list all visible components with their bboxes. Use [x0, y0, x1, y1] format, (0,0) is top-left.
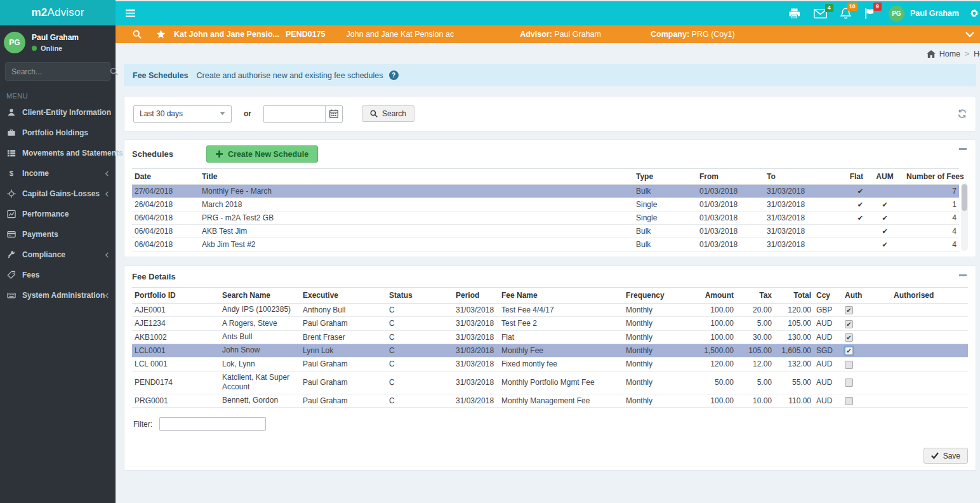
date-range-select[interactable]: Last 30 days — [133, 105, 232, 123]
cell-aum-check: ✔ — [866, 198, 904, 211]
col-portfolio-id[interactable]: Portfolio ID — [132, 288, 220, 304]
auth-checkbox[interactable]: ✔ — [845, 320, 853, 328]
plus-icon — [216, 151, 223, 158]
sidebar-item-performance[interactable]: Performance — [0, 204, 116, 224]
fee-row[interactable]: LCL0001 John Snow Lynn Lok C 31/03/2018 … — [132, 344, 968, 357]
col-search-name[interactable]: Search Name — [220, 288, 300, 304]
mail-icon[interactable]: 4 — [814, 9, 827, 18]
search-button[interactable]: Search — [362, 105, 414, 122]
cell-portfolio-id: LCL 0001 — [132, 358, 220, 371]
col-type[interactable]: Type — [633, 169, 697, 185]
user-menu[interactable]: PG Paul Graham — [889, 6, 959, 22]
sidebar-item-portfolio-holdings[interactable]: Portfolio Holdings — [0, 123, 116, 143]
schedule-row[interactable]: 27/04/2018 Monthly Fee - March Bulk 01/0… — [132, 185, 959, 198]
col-amount[interactable]: Amount — [679, 288, 736, 304]
cell-search-name: Bennett, Gordon — [220, 394, 300, 407]
cell-aum-check — [866, 185, 904, 198]
auth-checkbox[interactable]: ✔ — [845, 333, 853, 342]
cell-aum-check: ✔ — [866, 211, 904, 225]
top-navbar: 4 10 9 PG Paul Graham — [116, 0, 980, 25]
schedule-row[interactable]: 06/04/2018 PRG - m2A Test2 GB Single 01/… — [132, 211, 959, 225]
auth-checkbox[interactable]: ✔ — [845, 306, 853, 314]
breadcrumb-home[interactable]: Home — [927, 50, 960, 58]
sidebar: m2Advisor PG Paul Graham Online MENU Cli… — [0, 0, 116, 503]
col-ccy[interactable]: Ccy — [814, 288, 842, 304]
fee-filter-input[interactable] — [159, 417, 266, 431]
col-executive[interactable]: Executive — [300, 288, 387, 304]
create-new-schedule-button[interactable]: Create New Schedule — [206, 145, 318, 163]
schedule-row[interactable]: 06/04/2018 AKB Test Jim Bulk 01/03/2018 … — [132, 225, 959, 238]
col-authorised[interactable]: Authorised — [891, 288, 968, 304]
col-status[interactable]: Status — [387, 288, 453, 304]
sidebar-item-income[interactable]: $ Income — [0, 163, 116, 184]
search-icon[interactable] — [110, 67, 118, 76]
auth-checkbox[interactable] — [845, 361, 853, 369]
fee-row[interactable]: PEND0174 Katclient, Kat Super Account Pa… — [132, 371, 968, 394]
chevron-down-icon[interactable] — [965, 32, 974, 37]
cell-type: Bulk — [633, 185, 697, 198]
col-tax[interactable]: Tax — [736, 288, 774, 304]
cell-number-of-fees: 4 — [904, 211, 959, 225]
dollar-icon: $ — [6, 169, 16, 178]
col-title[interactable]: Title — [199, 169, 633, 185]
fee-row[interactable]: LCL 0001 Lok, Lynn Paul Graham C 31/03/2… — [132, 358, 968, 371]
client-context-bar: Kat John and Jane Pensio... PEND0175 Joh… — [116, 25, 980, 43]
col-flat[interactable]: Flat — [833, 169, 866, 185]
fee-row[interactable]: AKB1002 Ants Bull Brent Fraser C 31/03/2… — [132, 330, 968, 344]
col-period[interactable]: Period — [453, 288, 499, 304]
auth-checkbox[interactable]: ✔ — [845, 347, 853, 355]
cell-from: 01/03/2018 — [697, 225, 764, 238]
col-aum[interactable]: AUM — [866, 169, 904, 185]
sidebar-item-client-entity-information[interactable]: Client-Entity Information — [0, 102, 116, 123]
schedule-row[interactable]: 26/04/2018 March 2018 Single 01/03/2018 … — [132, 198, 959, 211]
scrollbar-thumb[interactable] — [962, 184, 967, 211]
hamburger-menu-icon[interactable] — [126, 10, 135, 17]
cell-tax: 12.00 — [736, 358, 774, 371]
col-from[interactable]: From — [697, 169, 764, 185]
sidebar-search-input[interactable] — [11, 67, 110, 76]
calendar-button[interactable] — [325, 105, 343, 123]
collapse-panel-icon[interactable] — [959, 274, 967, 276]
save-button[interactable]: Save — [924, 448, 968, 464]
col-frequency[interactable]: Frequency — [623, 288, 679, 304]
favorite-client-name[interactable]: Kat John and Jane Pensio... — [174, 30, 279, 39]
cell-authorised — [891, 304, 968, 317]
sidebar-item-movements-and-statements[interactable]: Movements and Statements — [0, 143, 116, 163]
refresh-icon[interactable] — [958, 109, 967, 118]
fee-row[interactable]: AJE1234 A Rogers, Steve Paul Graham C 31… — [132, 317, 968, 330]
breadcrumb-separator: > — [965, 50, 969, 58]
auth-checkbox[interactable] — [845, 379, 853, 387]
sidebar-item-fees[interactable]: Fees — [0, 265, 116, 285]
avatar[interactable]: PG — [4, 32, 25, 53]
schedule-row[interactable]: 06/04/2018 Akb Jim Test #2 Bulk 01/03/20… — [132, 238, 959, 251]
col-number-of-fees[interactable]: Number of Fees — [904, 169, 959, 185]
date-input[interactable] — [263, 105, 325, 123]
sidebar-item-compliance[interactable]: Compliance — [0, 245, 116, 265]
schedules-scrollbar[interactable] — [961, 183, 968, 251]
app-logo[interactable]: m2Advisor — [0, 0, 116, 25]
gear-icon[interactable] — [970, 8, 979, 19]
bell-icon[interactable]: 10 — [840, 8, 851, 19]
cell-fee-name: Monthly Fee — [499, 344, 623, 357]
help-icon[interactable]: ? — [389, 70, 399, 80]
fee-details-table: Portfolio ID Search Name Executive Statu… — [132, 287, 968, 408]
star-icon[interactable] — [156, 30, 166, 39]
sidebar-item-capital-gains-losses[interactable]: Capital Gains-Losses — [0, 184, 116, 204]
col-to[interactable]: To — [764, 169, 833, 185]
sidebar-item-system-administration[interactable]: System Administration — [0, 285, 116, 305]
search-icon — [370, 110, 378, 117]
col-date[interactable]: Date — [132, 169, 199, 185]
search-icon[interactable] — [133, 30, 142, 39]
print-icon[interactable] — [788, 8, 800, 19]
avatar: PG — [889, 6, 904, 22]
fee-row[interactable]: PRG0001 Bennett, Gordon Paul Graham C 31… — [132, 394, 968, 407]
sidebar-item-payments[interactable]: Payments — [0, 224, 116, 245]
fee-row[interactable]: AJE0001 Andy IPS (1002385) Anthony Bull … — [132, 304, 968, 317]
auth-checkbox[interactable] — [845, 397, 853, 405]
collapse-panel-icon[interactable] — [959, 148, 967, 150]
col-fee-name[interactable]: Fee Name — [499, 288, 623, 304]
cell-status: C — [387, 394, 453, 407]
col-total[interactable]: Total — [774, 288, 814, 304]
col-auth[interactable]: Auth — [842, 288, 891, 304]
flag-icon[interactable]: 9 — [864, 8, 875, 19]
